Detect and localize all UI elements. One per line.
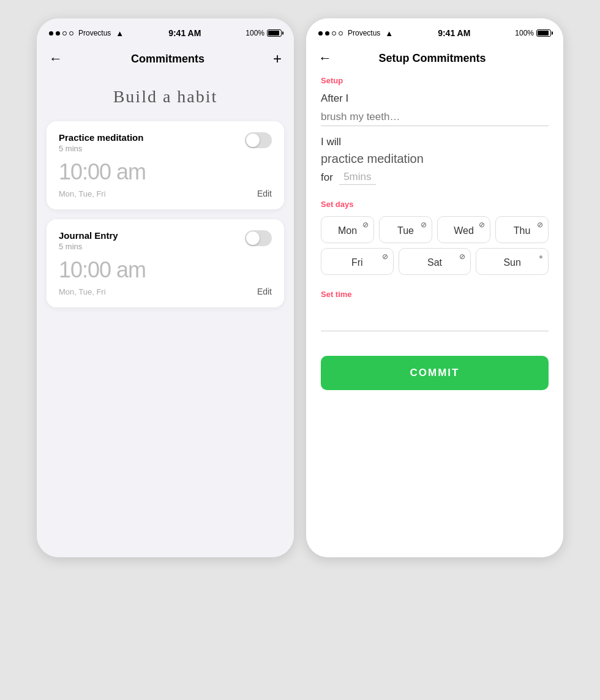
status-time-left: 9:41 AM bbox=[168, 28, 201, 38]
habit-card-1-header: Journal Entry 5 mins bbox=[59, 230, 272, 251]
set-time-label: Set time bbox=[321, 290, 549, 299]
habit-card-1: Journal Entry 5 mins 10:00 am Mon, Tue, … bbox=[47, 219, 284, 307]
add-button-left[interactable]: + bbox=[273, 50, 282, 67]
habit-footer-0: Mon, Tue, Fri Edit bbox=[59, 189, 272, 198]
habit-time-0: 10:00 am bbox=[59, 159, 272, 185]
signal-dot-4 bbox=[69, 31, 73, 36]
day-check-sat: ⊘ bbox=[459, 252, 465, 261]
day-tue[interactable]: ⊘ Tue bbox=[379, 216, 432, 243]
status-bar-left: Provectus ▲ 9:41 AM 100% bbox=[37, 18, 294, 45]
habit-days-1: Mon, Tue, Fri bbox=[59, 287, 106, 296]
day-label-sun: Sun bbox=[480, 257, 544, 268]
screen-right: Setup After I I will practice meditation… bbox=[306, 73, 563, 557]
set-days-label: Set days bbox=[321, 200, 549, 209]
habit-card-1-info: Journal Entry 5 mins bbox=[59, 230, 118, 251]
signal-dot-1 bbox=[49, 31, 53, 36]
day-sat[interactable]: ⊘ Sat bbox=[399, 248, 471, 275]
for-value[interactable]: 5mins bbox=[339, 170, 376, 185]
status-right-right: 100% bbox=[515, 29, 551, 37]
day-fri[interactable]: ⊘ Fri bbox=[321, 248, 394, 275]
habit-toggle-0[interactable] bbox=[245, 132, 272, 148]
habit-edit-1[interactable]: Edit bbox=[257, 287, 272, 296]
phone-right: Provectus ▲ 9:41 AM 100% ← Setup Commitm… bbox=[306, 18, 563, 557]
battery-pct-right: 100% bbox=[515, 29, 534, 37]
habit-time-1: 10:00 am bbox=[59, 257, 272, 283]
habit-footer-1: Mon, Tue, Fri Edit bbox=[59, 287, 272, 296]
set-time-section: Set time bbox=[321, 290, 549, 331]
habit-card-0-info: Practice meditation 5 mins bbox=[59, 132, 143, 153]
set-days-section: Set days ⊘ Mon ⊘ Tue ⊘ Wed bbox=[321, 200, 549, 275]
status-bar-right: Provectus ▲ 9:41 AM 100% bbox=[306, 18, 563, 45]
toggle-knob-1 bbox=[246, 231, 260, 245]
day-label-fri: Fri bbox=[325, 257, 389, 268]
time-input[interactable] bbox=[321, 311, 549, 331]
day-label-sat: Sat bbox=[403, 257, 467, 268]
day-check-tue: ⊘ bbox=[421, 220, 427, 229]
day-check-sun: ● bbox=[539, 252, 543, 261]
status-left: Provectus ▲ bbox=[49, 29, 124, 38]
habit-edit-0[interactable]: Edit bbox=[257, 189, 272, 198]
habit-name-1: Journal Entry bbox=[59, 230, 118, 241]
signal-dot-r1 bbox=[318, 31, 323, 36]
screen-left: Build a habit Practice meditation 5 mins… bbox=[37, 75, 294, 557]
commit-button[interactable]: COMMIT bbox=[321, 356, 549, 390]
signal-dot-r2 bbox=[325, 31, 329, 36]
after-input[interactable] bbox=[321, 108, 549, 126]
for-label: for bbox=[321, 171, 333, 184]
back-button-right[interactable]: ← bbox=[318, 50, 332, 66]
toggle-knob-0 bbox=[246, 134, 260, 147]
status-right-left: 100% bbox=[246, 29, 282, 37]
days-row-1: ⊘ Mon ⊘ Tue ⊘ Wed ⊘ Thu bbox=[321, 216, 549, 243]
nav-bar-right: ← Setup Commitments bbox=[306, 45, 563, 73]
page-title-left: Commitments bbox=[131, 53, 204, 66]
back-button-left[interactable]: ← bbox=[49, 51, 62, 67]
day-check-fri: ⊘ bbox=[382, 252, 388, 261]
phone-left: Provectus ▲ 9:41 AM 100% ← Commitments +… bbox=[37, 18, 294, 557]
will-label: I will bbox=[321, 136, 549, 148]
day-wed[interactable]: ⊘ Wed bbox=[437, 216, 490, 243]
activity-text: practice meditation bbox=[321, 152, 549, 166]
page-title-right: Setup Commitments bbox=[378, 52, 486, 65]
status-left-right: Provectus ▲ bbox=[318, 29, 393, 38]
wifi-icon-right: ▲ bbox=[385, 29, 393, 38]
setup-section-label: Setup bbox=[321, 76, 549, 85]
day-thu[interactable]: ⊘ Thu bbox=[495, 216, 549, 243]
days-row-2: ⊘ Fri ⊘ Sat ● Sun bbox=[321, 248, 549, 275]
for-row: for 5mins bbox=[321, 170, 549, 185]
battery-icon-right bbox=[536, 29, 551, 37]
day-sun[interactable]: ● Sun bbox=[476, 248, 549, 275]
battery-fill-left bbox=[268, 31, 279, 36]
habit-card-0: Practice meditation 5 mins 10:00 am Mon,… bbox=[47, 121, 284, 209]
carrier-left: Provectus bbox=[78, 29, 111, 37]
setup-form: Setup After I I will practice meditation… bbox=[306, 76, 563, 390]
nav-bar-left: ← Commitments + bbox=[37, 45, 294, 75]
habit-name-0: Practice meditation bbox=[59, 132, 143, 143]
battery-fill-right bbox=[538, 31, 549, 36]
day-check-mon: ⊘ bbox=[362, 220, 369, 229]
habit-toggle-1[interactable] bbox=[245, 230, 272, 246]
day-mon[interactable]: ⊘ Mon bbox=[321, 216, 374, 243]
habit-days-0: Mon, Tue, Fri bbox=[59, 189, 106, 198]
signal-dot-r4 bbox=[339, 31, 343, 36]
day-check-thu: ⊘ bbox=[537, 220, 543, 229]
habit-heading: Build a habit bbox=[37, 75, 294, 121]
battery-pct-left: 100% bbox=[246, 29, 264, 37]
habit-duration-0: 5 mins bbox=[59, 144, 143, 153]
signal-dot-2 bbox=[56, 31, 60, 36]
signal-dot-r3 bbox=[332, 31, 336, 36]
day-check-wed: ⊘ bbox=[479, 220, 485, 229]
wifi-icon-left: ▲ bbox=[116, 29, 124, 38]
battery-icon-left bbox=[267, 29, 282, 37]
habit-card-0-header: Practice meditation 5 mins bbox=[59, 132, 272, 153]
carrier-right: Provectus bbox=[348, 29, 380, 37]
signal-dot-3 bbox=[62, 31, 67, 36]
after-label: After I bbox=[321, 92, 549, 105]
status-time-right: 9:41 AM bbox=[438, 28, 470, 38]
habit-duration-1: 5 mins bbox=[59, 242, 118, 251]
